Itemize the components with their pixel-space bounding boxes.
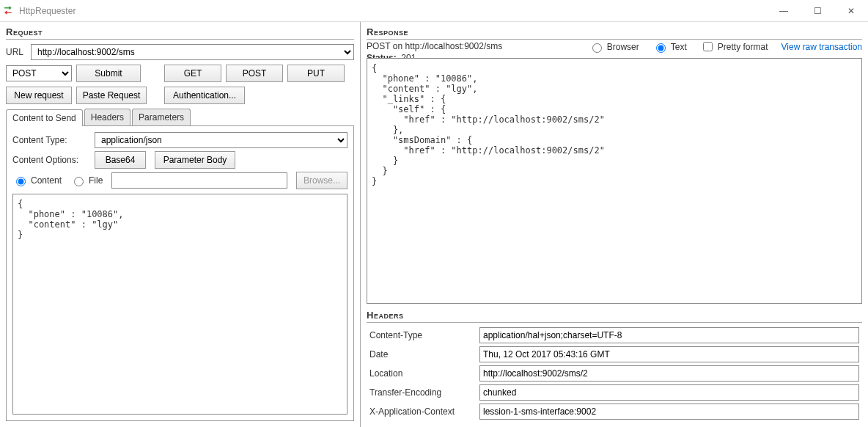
- url-input[interactable]: http://localhost:9002/sms: [31, 44, 354, 60]
- window-title: HttpRequester: [19, 6, 76, 16]
- request-title: Request: [6, 25, 354, 40]
- put-button[interactable]: PUT: [287, 65, 345, 82]
- radio-text[interactable]: Text: [652, 41, 687, 53]
- header-row: Transfer-Encoding: [367, 383, 862, 402]
- get-button[interactable]: GET: [164, 65, 221, 82]
- headers-title: Headers: [367, 308, 862, 323]
- radio-file[interactable]: File: [70, 175, 103, 186]
- submit-button[interactable]: Submit: [76, 65, 141, 82]
- content-options-label: Content Options:: [12, 155, 86, 165]
- paste-request-button[interactable]: Paste Request: [76, 87, 147, 104]
- close-button[interactable]: ✕: [834, 0, 868, 22]
- method-select[interactable]: POST: [6, 65, 72, 81]
- radio-content[interactable]: Content: [12, 175, 62, 186]
- response-title: Response: [367, 25, 862, 40]
- header-value[interactable]: [479, 365, 859, 382]
- radio-browser[interactable]: Browser: [589, 41, 639, 53]
- content-type-label: Content Type:: [12, 135, 86, 145]
- tab-headers[interactable]: Headers: [84, 109, 130, 125]
- parameter-body-button[interactable]: Parameter Body: [155, 151, 235, 169]
- maximize-button[interactable]: ☐: [801, 0, 834, 22]
- file-path-input[interactable]: [111, 172, 287, 189]
- header-row: X-Application-Context: [367, 402, 862, 421]
- header-row: Date: [367, 345, 862, 364]
- header-value[interactable]: [479, 327, 859, 343]
- header-value[interactable]: [479, 384, 859, 401]
- app-icon: [4, 6, 15, 16]
- response-headers-table: Content-Type Date Location Transfer-Enco…: [367, 326, 862, 421]
- response-pane: Response POST on http://localhost:9002/s…: [361, 22, 868, 427]
- url-label: URL: [6, 47, 26, 57]
- header-value[interactable]: [479, 404, 859, 420]
- request-pane: Request URL http://localhost:9002/sms PO…: [0, 22, 361, 427]
- tab-parameters[interactable]: Parameters: [132, 109, 191, 125]
- content-type-select[interactable]: application/json: [95, 132, 347, 148]
- post-button[interactable]: POST: [226, 65, 283, 82]
- header-value[interactable]: [479, 346, 859, 362]
- new-request-button[interactable]: New request: [6, 87, 72, 104]
- header-row: Location: [367, 364, 862, 383]
- authentication-button[interactable]: Authentication...: [164, 87, 245, 104]
- tab-content-to-send[interactable]: Content to Send: [6, 109, 83, 126]
- browse-button[interactable]: Browse...: [296, 172, 347, 189]
- minimize-button[interactable]: —: [767, 0, 801, 22]
- title-bar: HttpRequester — ☐ ✕: [0, 0, 868, 22]
- response-body[interactable]: { "phone" : "10086", "content" : "lgy", …: [367, 58, 862, 304]
- view-raw-link[interactable]: View raw transaction: [781, 42, 863, 52]
- checkbox-pretty-format[interactable]: Pretty format: [700, 40, 768, 54]
- request-body[interactable]: { "phone" : "10086", "content" : "lgy" }: [12, 194, 347, 415]
- header-row: Content-Type: [367, 326, 862, 345]
- base64-button[interactable]: Base64: [95, 151, 146, 169]
